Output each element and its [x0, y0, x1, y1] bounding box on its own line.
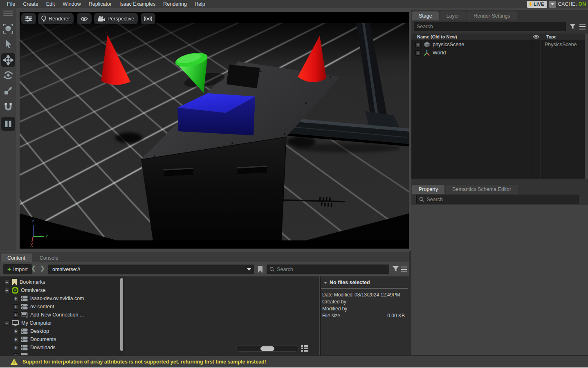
collapse-icon[interactable]: − [4, 321, 9, 326]
tab-property[interactable]: Property [412, 185, 444, 194]
column-type[interactable]: Type [546, 34, 557, 39]
frame-selection-button[interactable] [2, 23, 14, 34]
tab-console[interactable]: Console [33, 254, 65, 263]
path-dropdown-icon[interactable] [247, 268, 251, 271]
tree-item-label[interactable]: Documents [30, 337, 56, 342]
menu-window[interactable]: Window [59, 1, 85, 7]
slider-handle[interactable] [260, 346, 274, 351]
viewport-visibility-button[interactable] [77, 13, 92, 24]
content-filter-button[interactable] [393, 266, 399, 272]
prim-name[interactable]: World [433, 50, 446, 56]
path-value[interactable]: omniverse:// [52, 267, 80, 272]
tree-item-label[interactable]: My Computer [21, 320, 52, 326]
tree-scrollbar[interactable] [120, 278, 123, 351]
detail-file-size: File size 0.00 KB [321, 312, 409, 319]
collapse-icon[interactable]: − [4, 280, 9, 285]
expand-icon[interactable]: + [415, 42, 421, 47]
path-bar[interactable]: omniverse:// [48, 265, 254, 274]
content-folder-tree: − Bookmarks − Omniverse + isaac-dev.ov.n… [0, 276, 125, 355]
tree-item-label[interactable]: Add New Connection ... [30, 312, 84, 318]
menu-replicator[interactable]: Replicator [85, 1, 116, 7]
tree-item-desktop[interactable]: + Desktop [0, 327, 125, 335]
panel-divider[interactable] [409, 251, 411, 355]
signal-icon [144, 16, 152, 22]
tree-item-documents[interactable]: + Documents [0, 335, 125, 343]
stage-column-header[interactable]: Name (Old to New) Type [411, 34, 585, 40]
tree-item-label[interactable]: Bookmarks [20, 279, 45, 285]
import-button[interactable]: + Import [3, 264, 32, 274]
column-name[interactable]: Name (Old to New) [417, 34, 457, 39]
stage-options-button[interactable] [579, 23, 586, 30]
expand-icon[interactable]: + [13, 304, 18, 310]
content-options-button[interactable] [401, 266, 407, 273]
list-view-icon [301, 345, 309, 352]
pause-button[interactable] [1, 117, 15, 131]
live-sync-button[interactable]: LIVE [527, 1, 547, 8]
tab-semantics-schema-editor[interactable]: Semantics Schema Editor [446, 185, 518, 194]
filter-icon [570, 24, 576, 29]
expand-icon[interactable]: + [13, 337, 18, 342]
tree-item-my-computer[interactable]: − My Computer [0, 319, 125, 327]
tree-item-downloads[interactable]: + Downloads [0, 343, 125, 352]
toolbar-drag-handle[interactable] [3, 11, 13, 17]
expand-icon[interactable]: + [13, 329, 18, 334]
tab-stage[interactable]: Stage [412, 11, 439, 20]
move-tool-button[interactable] [1, 53, 15, 67]
tree-item-label[interactable]: ov-content [30, 304, 54, 310]
tree-item-ov-content[interactable]: + ov-content [0, 303, 125, 311]
forward-button[interactable]: ❯ [40, 265, 45, 272]
tab-render-settings[interactable]: Render Settings [467, 11, 517, 20]
selection-header[interactable]: No files selected [321, 276, 408, 289]
property-search-field[interactable] [416, 195, 579, 204]
viewport-renderer-button[interactable]: Renderer [38, 13, 74, 24]
prim-name[interactable]: physicsScene [433, 42, 464, 47]
tab-content[interactable]: Content [1, 254, 32, 263]
bookmark-toggle-button[interactable] [258, 266, 263, 273]
tree-item-partial[interactable]: + [0, 352, 125, 355]
tree-item-label[interactable]: isaac-dev.ov.nvidia.com [30, 296, 84, 301]
menu-isaac-examples[interactable]: Isaac Examples [116, 1, 159, 7]
stage-search-input[interactable] [417, 24, 563, 29]
drive-icon [21, 328, 28, 334]
back-button[interactable]: ❮ [31, 265, 36, 272]
expand-icon[interactable]: + [415, 50, 421, 56]
select-tool-button[interactable] [2, 38, 14, 50]
menu-rendering[interactable]: Rendering [159, 1, 191, 7]
tree-item-add-new-connection[interactable]: + Add New Connection ... [0, 311, 125, 319]
menu-create[interactable]: Create [19, 1, 43, 7]
collapse-icon[interactable]: − [4, 288, 9, 293]
stage-row-world[interactable]: + World [411, 49, 585, 57]
stage-row-physicsscene[interactable]: + physicsScene PhysicsScene [411, 40, 585, 49]
tree-item-label[interactable]: Downloads [30, 345, 56, 350]
expand-icon[interactable]: + [13, 345, 18, 350]
live-dropdown-button[interactable] [549, 1, 556, 8]
thumbnail-size-slider[interactable] [236, 345, 298, 352]
stage-filter-button[interactable] [570, 24, 576, 29]
content-search-input[interactable] [277, 267, 386, 272]
content-search-field[interactable] [267, 265, 389, 274]
visibility-column-eye-icon[interactable] [533, 35, 539, 39]
menu-edit[interactable]: Edit [43, 1, 59, 7]
list-view-toggle-button[interactable] [301, 345, 309, 352]
property-search-input[interactable] [426, 197, 576, 202]
tree-item-isaac-dev[interactable]: + isaac-dev.ov.nvidia.com [0, 294, 125, 303]
viewport-camera-button[interactable]: Perspective [94, 13, 138, 24]
scale-tool-button[interactable] [2, 85, 14, 96]
snap-tool-button[interactable] [2, 101, 14, 113]
tree-item-label[interactable]: Omniverse [21, 287, 45, 293]
content-files-pane[interactable] [125, 276, 319, 355]
tree-item-bookmarks[interactable]: − Bookmarks [0, 278, 125, 286]
expand-icon[interactable]: + [13, 296, 18, 301]
viewport[interactable]: Z Y X Renderer [20, 12, 409, 249]
menu-file[interactable]: File [3, 1, 19, 7]
menu-help[interactable]: Help [191, 1, 209, 7]
viewport-settings-button[interactable] [21, 13, 36, 24]
tab-layer[interactable]: Layer [440, 11, 466, 20]
server-icon [21, 304, 28, 310]
stage-search-field[interactable] [414, 22, 566, 31]
tree-item-omniverse[interactable]: − Omniverse [0, 286, 125, 294]
expand-icon[interactable]: + [13, 312, 18, 318]
tree-item-label[interactable]: Desktop [30, 328, 49, 334]
rotate-tool-button[interactable] [2, 70, 14, 81]
viewport-waypoint-button[interactable] [141, 13, 155, 24]
